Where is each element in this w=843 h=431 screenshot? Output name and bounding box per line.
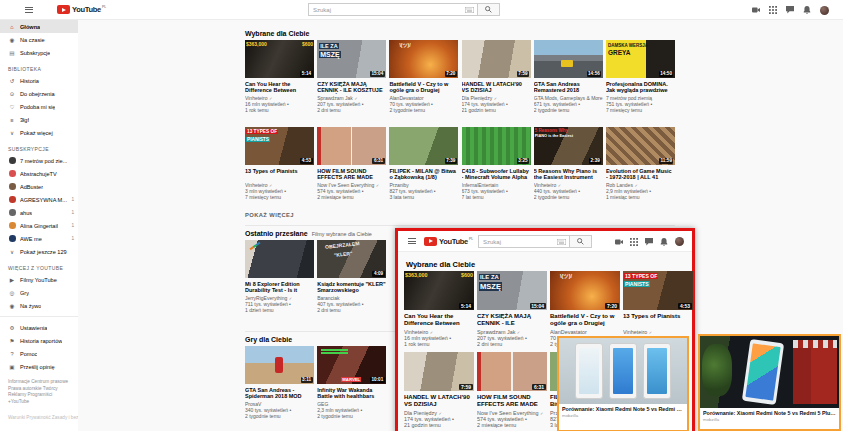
sidebar-item[interactable]: ↺ Historia	[0, 74, 78, 87]
video-age: 1 rok temu	[245, 107, 314, 113]
show-more-subscriptions[interactable]: ∨ Pokaż jeszcze 129	[0, 245, 78, 258]
video-card[interactable]: 5 Reasons Why PIANO is the Easiest 2:39 …	[534, 127, 603, 200]
video-thumbnail[interactable]: 5 Reasons Why PIANO is the Easiest 2:39	[534, 127, 603, 165]
subscription-channel-item[interactable]: AdBuster	[0, 180, 78, 193]
video-title[interactable]: Infinity War Wakanda Battle with healthb…	[317, 387, 386, 400]
search-input[interactable]	[309, 7, 465, 13]
video-thumbnail[interactable]: 7:39	[389, 127, 458, 165]
search-button[interactable]	[478, 3, 500, 16]
video-thumbnail[interactable]: OBEJRZAŁEM "KLER" 4:09	[317, 240, 386, 278]
menu-hamburger-icon[interactable]	[25, 7, 33, 13]
messages-icon[interactable]	[786, 6, 794, 14]
sidebar-item-icon: ≡	[8, 116, 16, 124]
sidebar-item-label: Filmy YouTube	[20, 277, 57, 283]
sidebar-footer-links[interactable]: Informacje Centrum prasowe Prawa autorsk…	[0, 373, 78, 405]
thumbnail-overlay-text: $600	[302, 41, 313, 47]
duration-badge: 7:59	[459, 384, 472, 390]
video-card[interactable]: 3:25 C418 - Subwoofer Lullaby - Minecraf…	[462, 127, 531, 200]
video-card[interactable]: $363,000 $600 5:14 Can You Hear the Diff…	[245, 40, 314, 113]
sidebar-item[interactable]: ◎ Gry	[0, 286, 78, 299]
video-title[interactable]: Can You Hear the Difference Between Chea…	[245, 81, 314, 94]
video-card[interactable]: 3:11 GTA San Andreas - Spiderman 2018 MO…	[245, 346, 314, 419]
video-thumbnail[interactable]: 3:25	[462, 127, 531, 165]
video-title[interactable]: Battlefield V - Czy to w ogóle gra o Dru…	[389, 81, 458, 94]
video-thumbnail[interactable]	[245, 240, 314, 278]
video-card[interactable]: \(ツ)/ 7:20 Battlefield V - Czy to w ogól…	[389, 40, 458, 113]
sidebar-item[interactable]: ▶ Filmy YouTube	[0, 273, 78, 286]
sidebar-item[interactable]: ⚑ Historia raportów	[0, 334, 78, 347]
video-card[interactable]: 7:39 FILIPEK - MILAN @ Bitwa o Ząbkowską…	[389, 127, 458, 200]
video-thumbnail[interactable]: 6:31	[317, 127, 386, 165]
sidebar-item[interactable]: ♡ Podoba mi się	[0, 100, 78, 113]
video-thumbnail[interactable]: 11:59	[606, 127, 675, 165]
annotation-zoom-region: YouTube PL Wybrane dla Ciebie $363,00	[395, 228, 695, 431]
show-more-button[interactable]: POKAŻ WIĘCEJ	[245, 212, 675, 218]
video-card[interactable]: DAMSKA WERSJA GREYA 14:50 Profesjonalna …	[606, 40, 675, 113]
video-thumbnail[interactable]: 14:56	[534, 40, 603, 78]
subscription-channel-item[interactable]: AGRESYWNA M... 1	[0, 193, 78, 206]
video-title[interactable]: C418 - Subwoofer Lullaby - Minecraft Vol…	[462, 168, 531, 181]
annotation-element-crop: Porównanie: Xiaomi Redmi Note 5 vs Redmi…	[557, 336, 689, 431]
video-thumbnail[interactable]: MARVEL 10:01	[317, 346, 386, 384]
keyboard-icon[interactable]	[465, 7, 474, 13]
youtube-logo[interactable]: YouTube PL	[57, 5, 106, 14]
sidebar-item[interactable]: ≡ 3łgf	[0, 113, 78, 126]
video-title[interactable]: Evolution of Game Music - 1972-2018 | AL…	[606, 168, 675, 181]
video-age: 2 tygodnie temu	[245, 413, 314, 419]
video-title[interactable]: 13 Types of Pianists	[245, 168, 314, 181]
video-title[interactable]: Profesjonalna DOMINA. Jak wygląda prawdz…	[606, 81, 675, 94]
video-title[interactable]: GTA San Andreas - Spiderman 2018 MOD	[245, 387, 314, 400]
video-age: 2 miesiące temu	[477, 422, 547, 428]
video-title[interactable]: Mi 8 Explorer Edition Durability Test - …	[245, 281, 314, 294]
video-card[interactable]: 6:31 HOW FILM SOUND EFFECTS ARE MADE Now…	[317, 127, 386, 200]
sidebar-item[interactable]: ▤ Subskrypcje	[0, 46, 78, 59]
video-card[interactable]: OBEJRZAŁEM "KLER" 4:09 Ksiądz komentuje …	[317, 240, 386, 313]
subscription-channel-item[interactable]: ahus 1	[0, 206, 78, 219]
video-thumbnail[interactable]: \(ツ)/ 7:20	[389, 40, 458, 78]
sidebar-item[interactable]: ◉ Na czasie	[0, 33, 78, 46]
sidebar-item[interactable]: ∨ Pokaż więcej	[0, 126, 78, 139]
sidebar-item[interactable]: ⊙ Do obejrzenia	[0, 87, 78, 100]
video-card[interactable]: 7:59 HANDEL W LATACH'90 VS DZISIAJ Dla P…	[462, 40, 531, 113]
video-title[interactable]: 5 Reasons Why Piano is the Easiest Instr…	[534, 168, 603, 181]
video-title[interactable]: HOW FILM SOUND EFFECTS ARE MADE	[317, 168, 386, 181]
video-title[interactable]: CZY KSIĘŻA MAJĄ CENNIK - ILE KOSZTUJE MS…	[317, 81, 386, 94]
subscription-channel-item[interactable]: Alina Gingertail 1	[0, 219, 78, 232]
sidebar-item[interactable]: ◉ Na żywo	[0, 299, 78, 312]
subscription-channel-item[interactable]: AbstrachujeTV	[0, 167, 78, 180]
subscription-channel-item[interactable]: 7 metrów pod zie...	[0, 154, 78, 167]
video-card[interactable]: ILE ZA MSZĘ 15:04 CZY KSIĘŻA MAJĄ CENNIK…	[317, 40, 386, 113]
video-thumbnail[interactable]: ILE ZA MSZĘ 15:04	[317, 40, 386, 78]
duration-badge: 15:04	[530, 303, 546, 309]
video-card[interactable]: 13 TYPES OF PIANISTS 4:53 13 Types of Pi…	[245, 127, 314, 200]
subscription-channel-item[interactable]: AWE me 1	[0, 232, 78, 245]
video-title[interactable]: GTA San Andreas Remastered 2018 Gamepla.…	[534, 81, 603, 94]
sidebar-item[interactable]: ▣ Prześlij opinię	[0, 360, 78, 373]
notifications-bell-icon[interactable]	[803, 6, 811, 14]
sidebar-item[interactable]: ⌂ Główna	[0, 20, 78, 33]
video-thumbnail[interactable]: 7:59	[462, 40, 531, 78]
video-card[interactable]: MARVEL 10:01 Infinity War Wakanda Battle…	[317, 346, 386, 419]
channel-avatar	[9, 209, 16, 216]
video-thumbnail[interactable]: 3:11	[245, 346, 314, 384]
video-card[interactable]: 11:59 Evolution of Game Music - 1972-201…	[606, 127, 675, 200]
video-thumbnail: 7:59	[404, 352, 474, 391]
video-thumbnail[interactable]: 13 TYPES OF PIANISTS 4:53	[245, 127, 314, 165]
video-title[interactable]: HANDEL W LATACH'90 VS DZISIAJ	[462, 81, 531, 94]
video-title[interactable]: FILIPEK - MILAN @ Bitwa o Ząbkowską (1/8…	[389, 168, 458, 181]
apps-grid-icon[interactable]	[769, 6, 777, 14]
sidebar-main-nav: ⌂ Główna ◉ Na czasie ▤ Subskrypcje	[0, 20, 78, 59]
video-title[interactable]: Ksiądz komentuje "KLER" Smarzowskiego	[317, 281, 386, 294]
sidebar-item[interactable]: ? Pomoc	[0, 347, 78, 360]
video-card[interactable]: Mi 8 Explorer Edition Durability Test - …	[245, 240, 314, 313]
thumbnail-overlay-text: OBEJRZAŁEM	[325, 240, 360, 250]
video-thumbnail[interactable]: DAMSKA WERSJA GREYA 14:50	[606, 40, 675, 78]
channel-name-text: Vinheteiro	[404, 329, 428, 335]
sidebar-footer-links-secondary[interactable]: Warunki Prywatność Zasady i bezpieczeńst…	[0, 409, 78, 422]
sidebar-item[interactable]: ⚙ Ustawienia	[0, 321, 78, 334]
video-card[interactable]: 14:56 GTA San Andreas Remastered 2018 Ga…	[534, 40, 603, 113]
video-thumbnail[interactable]: $363,000 $600 5:14	[245, 40, 314, 78]
account-avatar[interactable]	[820, 6, 829, 15]
upload-video-icon[interactable]	[752, 6, 760, 14]
phones-comparison-image	[559, 338, 687, 404]
